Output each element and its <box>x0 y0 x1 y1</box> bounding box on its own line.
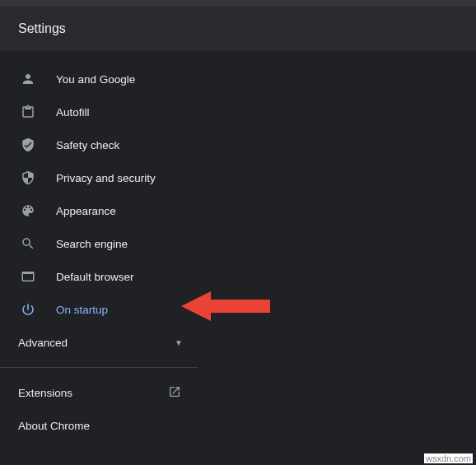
nav-search-engine[interactable]: Search engine <box>0 227 476 260</box>
nav-label: About Chrome <box>18 420 90 432</box>
settings-nav: You and Google Autofill Safety check Pri… <box>0 51 476 442</box>
nav-autofill[interactable]: Autofill <box>0 95 476 128</box>
nav-label: You and Google <box>56 73 135 86</box>
nav-about-chrome[interactable]: About Chrome <box>0 409 198 442</box>
window-top-strip <box>0 0 476 7</box>
nav-label: Privacy and security <box>56 172 156 184</box>
browser-icon <box>20 268 36 285</box>
nav-you-and-google[interactable]: You and Google <box>0 63 476 95</box>
page-title-text: Settings <box>18 21 66 35</box>
page-title: Settings <box>0 7 476 51</box>
nav-default-browser[interactable]: Default browser <box>0 260 476 293</box>
nav-label: Safety check <box>56 139 119 151</box>
shield-check-icon <box>20 137 36 153</box>
watermark: wsxdn.com <box>424 453 473 463</box>
nav-extensions[interactable]: Extensions <box>0 376 198 409</box>
nav-safety-check[interactable]: Safety check <box>0 128 476 161</box>
nav-label: Extensions <box>18 387 72 399</box>
nav-on-startup[interactable]: On startup <box>0 293 476 326</box>
nav-label: Advanced <box>18 337 68 349</box>
nav-advanced[interactable]: Advanced ▼ <box>0 326 198 359</box>
nav-privacy-security[interactable]: Privacy and security <box>0 161 476 194</box>
clipboard-icon <box>20 104 36 120</box>
nav-label: Search engine <box>56 238 128 250</box>
search-icon <box>20 235 36 252</box>
power-icon <box>20 301 36 318</box>
nav-appearance[interactable]: Appearance <box>0 194 476 227</box>
nav-label: Appearance <box>56 205 116 217</box>
open-in-new-icon <box>168 385 183 400</box>
nav-label: On startup <box>56 304 108 316</box>
person-icon <box>20 71 36 87</box>
nav-label: Default browser <box>56 271 134 283</box>
chevron-down-icon: ▼ <box>175 338 183 347</box>
nav-label: Autofill <box>56 106 90 119</box>
security-icon <box>20 170 36 186</box>
palette-icon <box>20 202 36 219</box>
divider <box>0 367 198 368</box>
